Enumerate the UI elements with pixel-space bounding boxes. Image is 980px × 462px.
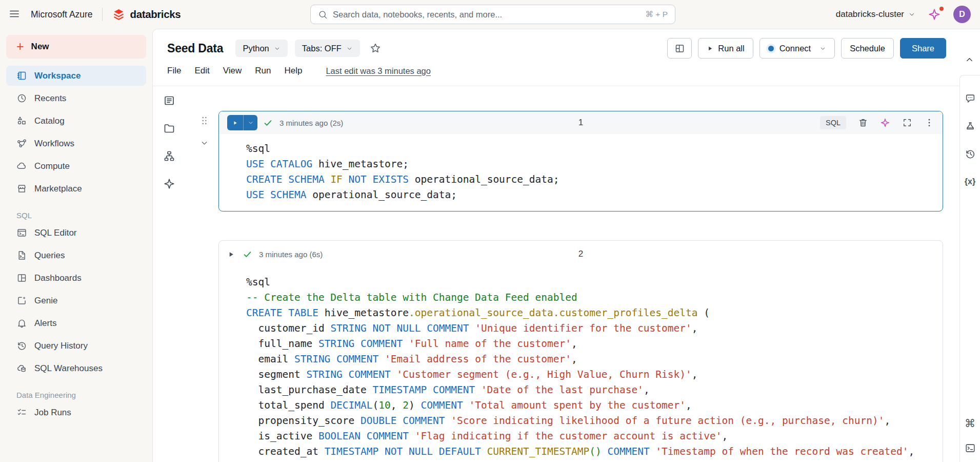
sidebar-item-alerts[interactable]: Alerts — [6, 313, 146, 333]
shortcuts-button[interactable]: ⌘ — [965, 418, 976, 429]
sidebar-item-label: SQL Editor — [34, 228, 77, 238]
sidebar-item-catalog[interactable]: Catalog — [6, 111, 146, 131]
drag-handle-icon[interactable] — [199, 115, 209, 126]
run-cell-button[interactable] — [227, 115, 257, 130]
topbar-right: databricks-cluster D — [836, 6, 971, 23]
schema-icon — [163, 150, 175, 162]
sidebar-item-label: Workflows — [34, 139, 74, 149]
code-line: USE CATALOG hive_metastore; — [246, 157, 934, 172]
cell-code-editor[interactable]: %sql-- Create the Delta table with Chang… — [219, 267, 943, 462]
global-search-input[interactable]: Search data, notebooks, recents, and mor… — [310, 5, 675, 24]
cell-language-badge[interactable]: SQL — [820, 116, 846, 129]
history-icon — [965, 148, 976, 160]
tabs-selector[interactable]: Tabs: OFF — [295, 40, 360, 57]
cell-header: 3 minutes ago (6s)2 — [219, 241, 943, 267]
comments-button[interactable] — [965, 93, 976, 104]
cells-canvas: 3 minutes ago (2s)1SQL%sqlUSE CATALOG hi… — [186, 86, 959, 462]
sidebar-section: WorkspaceRecentsCatalogWorkflowsComputeM… — [6, 66, 146, 199]
sidebar-item-query-history[interactable]: Query History — [6, 336, 146, 356]
hamburger-menu-button[interactable] — [8, 8, 21, 22]
collapse-cell-icon[interactable] — [200, 139, 209, 147]
expand-cell-button[interactable] — [902, 118, 912, 128]
cluster-selector[interactable]: databricks-cluster — [836, 9, 915, 20]
menu-edit[interactable]: Edit — [194, 66, 209, 76]
databricks-logo-icon — [112, 8, 126, 22]
collapse-header-button[interactable] — [963, 54, 976, 67]
sidebar-item-sql-editor[interactable]: SQL Editor — [6, 223, 146, 243]
run-all-button[interactable]: Run all — [698, 38, 753, 59]
chevron-down-icon — [908, 11, 915, 18]
sidebar-item-job-runs[interactable]: Job Runs — [6, 402, 146, 422]
sidebar-item-label: Catalog — [34, 116, 65, 126]
history-button[interactable] — [965, 148, 976, 160]
connection-status-dot — [768, 46, 774, 51]
chevron-down-icon — [819, 45, 826, 52]
favorite-button[interactable] — [369, 42, 382, 54]
avatar[interactable]: D — [953, 6, 971, 23]
databricks-logo[interactable]: databricks — [112, 8, 181, 22]
sidebar-item-label: SQL Warehouses — [34, 363, 103, 374]
code-line: email STRING COMMENT 'Email address of t… — [246, 352, 934, 367]
grid-view-icon — [674, 43, 685, 54]
sidebar-item-genie[interactable]: Genie — [6, 291, 146, 311]
chevron-down-icon — [346, 45, 353, 52]
topbar-divider — [102, 8, 103, 21]
language-label: Python — [243, 44, 269, 53]
contents-button[interactable] — [163, 94, 175, 107]
delete-cell-button[interactable] — [858, 118, 868, 128]
variables-button[interactable]: {x} — [965, 176, 976, 187]
code-line: %sql — [246, 141, 934, 157]
sidebar-item-label: Query History — [34, 341, 88, 351]
product-label: Microsoft Azure — [31, 9, 93, 20]
sidebar-item-recents[interactable]: Recents — [6, 88, 146, 108]
experiments-button[interactable] — [965, 121, 976, 132]
view-layout-button[interactable] — [667, 38, 692, 59]
connect-button[interactable]: Connect — [759, 38, 835, 59]
share-button[interactable]: Share — [900, 38, 946, 59]
language-selector[interactable]: Python — [235, 40, 287, 57]
notebook-cell-1: 3 minutes ago (2s)1SQL%sqlUSE CATALOG hi… — [218, 111, 943, 211]
sidebar-item-workspace[interactable]: Workspace — [6, 66, 146, 86]
menu-help[interactable]: Help — [284, 66, 302, 76]
assistant-button[interactable] — [163, 178, 175, 190]
sidebar-item-workflows[interactable]: Workflows — [6, 133, 146, 153]
sidebar-item-sql-warehouses[interactable]: SQL Warehouses — [6, 358, 146, 378]
folder-button[interactable] — [163, 122, 175, 134]
sidebar-section-label: SQL — [16, 211, 146, 220]
shortcuts-icon: ⌘ — [965, 418, 976, 429]
sidebar-item-label: Alerts — [34, 318, 56, 329]
connect-label: Connect — [779, 44, 811, 53]
code-line: -- Create the Delta table with Change Da… — [246, 290, 934, 305]
cell-code-editor[interactable]: %sqlUSE CATALOG hive_metastore;CREATE SC… — [219, 134, 943, 211]
catalog-explorer-button[interactable] — [965, 204, 976, 215]
search-shortcut: ⌘ + P — [645, 10, 668, 19]
assistant-button[interactable] — [928, 8, 941, 21]
folder-icon — [163, 122, 175, 134]
code-line: CREATE SCHEMA IF NOT EXISTS operational_… — [246, 172, 934, 187]
sidebar-item-compute[interactable]: Compute — [6, 156, 146, 176]
assistant-cell-button[interactable] — [880, 118, 890, 128]
code-line: total_spend DECIMAL(10, 2) COMMENT 'Tota… — [246, 398, 934, 413]
sidebar-item-dashboards[interactable]: Dashboards — [6, 268, 146, 288]
cluster-name: databricks-cluster — [836, 9, 904, 20]
menu-file[interactable]: File — [167, 66, 181, 76]
code-line: is_active BOOLEAN COMMENT 'Flag indicati… — [246, 429, 934, 444]
notebook-left-rail — [153, 86, 186, 462]
terminal-button[interactable] — [965, 442, 976, 454]
new-button[interactable]: + New — [6, 35, 146, 59]
experiments-icon — [965, 121, 976, 132]
cell-header: 3 minutes ago (2s)1SQL — [219, 111, 943, 134]
tabs-label: Tabs: OFF — [302, 44, 342, 53]
menu-run[interactable]: Run — [255, 66, 271, 76]
cell-menu-button[interactable] — [924, 118, 934, 128]
sidebar-item-label: Recents — [34, 93, 66, 104]
code-line: last_purchase_date TIMESTAMP COMMENT 'Da… — [246, 382, 934, 398]
run-cell-button[interactable] — [227, 251, 235, 258]
schedule-button[interactable]: Schedule — [841, 38, 894, 59]
schema-button[interactable] — [163, 150, 175, 162]
genie-icon — [16, 295, 27, 306]
sidebar-item-marketplace[interactable]: Marketplace — [6, 179, 146, 199]
last-edit-link[interactable]: Last edit was 3 minutes ago — [326, 66, 431, 76]
menu-view[interactable]: View — [223, 66, 242, 76]
sidebar-item-queries[interactable]: Queries — [6, 245, 146, 265]
